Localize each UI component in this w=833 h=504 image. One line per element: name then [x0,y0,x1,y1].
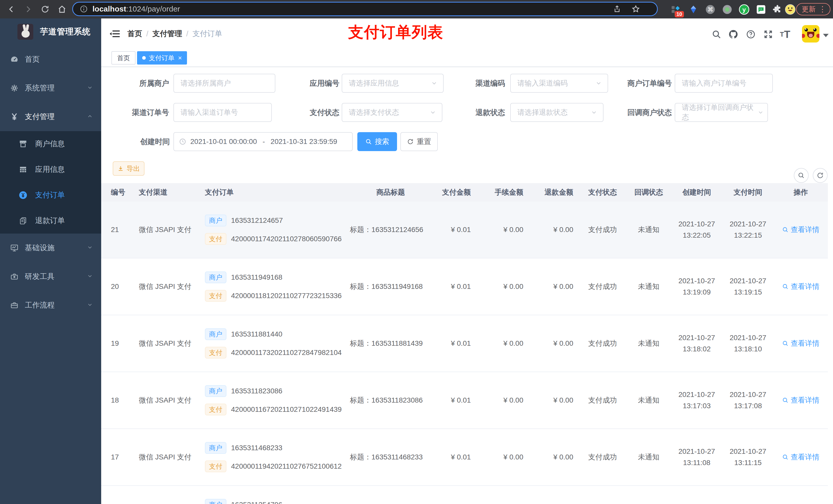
toolbox-icon [10,272,19,281]
reload-icon[interactable] [40,4,51,15]
chevron-down-icon [87,272,93,281]
font-size-icon[interactable]: TT [780,29,791,40]
active-dot [142,56,146,60]
merchant-tag: 商户 [205,328,227,340]
user-avatar[interactable] [802,25,819,43]
chrome-update-button[interactable]: 更新 ⋮ [796,3,830,15]
sidebar-item-refund-order[interactable]: 退款订单 [0,208,101,234]
forward-icon[interactable] [23,4,34,15]
pay-status-select[interactable]: 请选择支付状态 [342,103,443,122]
merchant-order-no: 1635311468233 [231,444,282,452]
create-time-range[interactable]: 2021-10-01 00:00:00 - 2021-10-31 23:59:5… [173,132,353,151]
documents-icon [19,216,28,225]
reset-button-label: 重置 [417,137,431,146]
create-time-label: 创建时间 [108,132,170,151]
sidebar-item-payment[interactable]: 支付管理 [0,102,101,131]
extension-badge: 10 [675,11,684,18]
payment-submenu: 商户信息 应用信息 支付订单 退款订单 [0,131,101,234]
export-button[interactable]: 导出 [113,161,144,176]
sidebar-item-home[interactable]: 首页 [0,45,101,74]
merchant-order-no: 1635311254796 [231,501,282,504]
breadcrumb-home[interactable]: 首页 [127,29,142,39]
sidebar-item-label: 商户信息 [35,139,65,149]
extension-chat-icon[interactable] [755,3,767,16]
view-detail-link[interactable]: 查看详情 [782,339,819,348]
tag-label: 首页 [117,54,130,62]
app-select-placeholder: 请选择应用信息 [349,78,399,88]
channel-order-no-input[interactable] [173,103,272,122]
merchant-order-no: 1635311949168 [231,273,282,282]
extension-kite-icon[interactable] [687,3,700,16]
sidebar-item-label: 支付管理 [25,112,54,122]
home-icon[interactable] [56,4,68,15]
sidebar-item-label: 退款订单 [35,216,65,226]
cell-pay-status: 支付成功 [579,395,626,405]
view-detail-link[interactable]: 查看详情 [782,452,819,462]
extension-grid-icon[interactable]: 10 [669,3,682,16]
fullscreen-icon[interactable] [763,29,774,40]
chevron-down-icon [757,109,764,116]
sidebar-collapse-icon[interactable] [109,28,121,40]
app-select[interactable]: 请选择应用信息 [342,74,444,93]
avatar-caret-icon[interactable] [823,34,829,37]
cell-channel: 微信 JSAPI 支付 [128,452,205,462]
extension-y-icon[interactable]: y [738,3,751,16]
merchant-order-no-input[interactable] [675,74,773,93]
col-notify-status: 回调状态 [626,188,671,197]
cell-fee: ¥ 0.00 [476,339,529,347]
cell-notify-status: 未通知 [626,395,671,405]
cell-actions: 查看详情 [774,282,828,292]
cell-id: 17 [101,453,128,461]
sidebar-item-merchant-info[interactable]: 商户信息 [0,131,101,157]
col-actions: 操作 [774,188,828,197]
pay-status-label: 支付状态 [278,103,339,122]
search-button-label: 搜索 [375,137,389,146]
header-search-icon[interactable] [711,29,722,40]
notify-status-select[interactable]: 请选择订单回调商户状态 [675,103,768,122]
help-icon[interactable] [745,29,756,40]
sidebar-item-dev-tools[interactable]: 研发工具 [0,262,101,291]
extension-dot-icon[interactable] [721,3,734,16]
tab-close-icon[interactable]: × [178,54,182,62]
sidebar-item-pay-order[interactable]: 支付订单 [0,182,101,208]
merchant-input[interactable] [173,74,276,93]
cell-notify-status: 未通知 [626,452,671,462]
sidebar-item-system[interactable]: 系统管理 [0,74,101,102]
site-info-icon[interactable] [80,5,88,13]
view-detail-link[interactable]: 查看详情 [782,282,819,291]
cell-amount: ¥ 0.01 [433,453,476,461]
extensions-puzzle-icon[interactable] [771,3,784,16]
profile-avatar-icon[interactable] [784,3,796,16]
refund-status-select[interactable]: 请选择退款状态 [510,103,603,122]
channel-code-select[interactable]: 请输入渠道编码 [510,74,608,93]
github-icon[interactable] [728,29,739,40]
back-icon[interactable] [6,4,17,15]
tag-tab-home[interactable]: 首页 [112,51,136,65]
browser-menu-icon[interactable]: ⋮ [819,5,826,13]
table-refresh-button[interactable] [813,168,828,183]
merchant-order-no: 1635311823086 [231,387,282,395]
cell-pay-time: 2021-10-2713:18:10 [722,332,774,355]
address-bar[interactable]: localhost:1024/pay/order [72,2,658,16]
table-search-toggle-button[interactable] [794,168,809,183]
reset-button[interactable]: 重置 [400,132,438,151]
app-title: 芋道管理系统 [40,26,91,38]
gear-icon [10,83,19,93]
share-icon[interactable] [613,5,621,13]
view-detail-link[interactable]: 查看详情 [782,225,819,235]
bookmark-star-icon[interactable] [632,5,640,13]
chevron-down-icon [591,109,597,116]
extension-command-icon[interactable]: ⌘ [704,3,717,16]
cell-fee: ¥ 0.00 [476,225,529,234]
tag-tab-pay-order[interactable]: 支付订单 × [137,51,187,65]
sidebar-item-workflow[interactable]: 工作流程 [0,291,101,320]
sidebar-item-label: 工作流程 [25,300,54,310]
breadcrumb-pay-mgmt[interactable]: 支付管理 [152,29,182,39]
sidebar-item-app-info[interactable]: 应用信息 [0,157,101,182]
cell-pay-time: 2021-10-2713:19:15 [722,275,774,298]
app-logo[interactable]: 芋道管理系统 [0,19,101,45]
sidebar-item-label: 首页 [25,54,40,65]
search-button[interactable]: 搜索 [357,132,397,151]
view-detail-link[interactable]: 查看详情 [782,395,819,405]
sidebar-item-infrastructure[interactable]: 基础设施 [0,234,101,262]
